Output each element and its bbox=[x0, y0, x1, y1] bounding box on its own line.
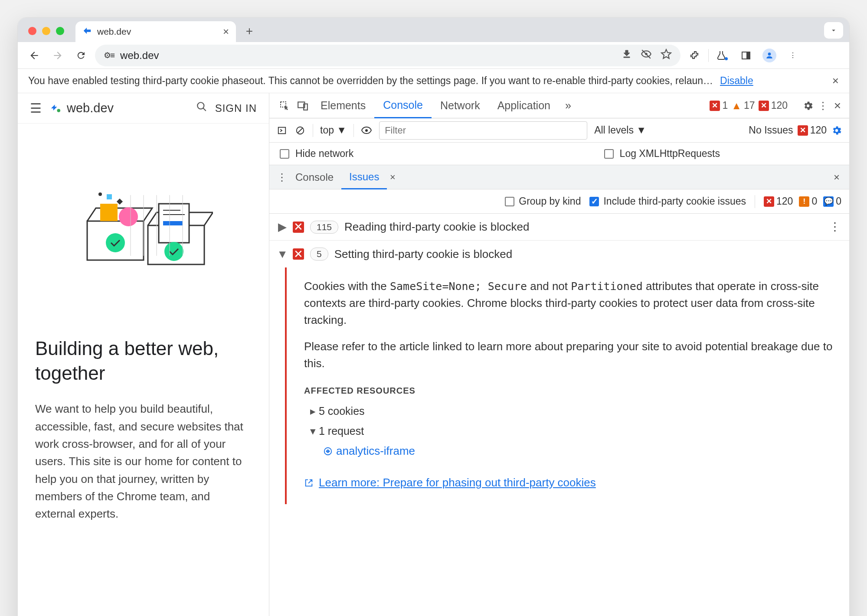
svg-rect-11 bbox=[107, 194, 112, 199]
svg-point-13 bbox=[106, 233, 125, 252]
console-options-row: Hide network Log XMLHttpRequests bbox=[269, 143, 849, 165]
drawer-tab-issues[interactable]: Issues bbox=[341, 166, 387, 189]
tab-title: web.dev bbox=[97, 26, 131, 37]
new-tab-button[interactable]: + bbox=[240, 22, 258, 40]
svg-point-19 bbox=[164, 242, 183, 261]
info-bar-close-icon[interactable]: × bbox=[832, 74, 839, 88]
console-settings-icon[interactable] bbox=[831, 125, 842, 136]
settings-icon[interactable] bbox=[802, 100, 814, 111]
svg-point-31 bbox=[365, 129, 368, 132]
kebab-menu-icon[interactable]: ⋮ bbox=[783, 46, 802, 65]
svg-point-12 bbox=[98, 192, 102, 196]
browser-toolbar: ⚙≡ web.dev ⋮ bbox=[18, 42, 849, 69]
issues-filter-bar: Group by kind Include third-party cookie… bbox=[269, 189, 849, 214]
hero-illustration bbox=[35, 154, 252, 288]
forward-button[interactable] bbox=[48, 46, 67, 65]
profile-avatar[interactable] bbox=[760, 46, 779, 65]
svg-line-6 bbox=[203, 108, 206, 111]
issue-row[interactable]: ▶ ✕ 115 Reading third-party cookie is bl… bbox=[269, 214, 849, 241]
issue-title: Setting third-party cookie is blocked bbox=[334, 248, 512, 261]
browser-window: web.dev × + ⚙≡ web.dev ⋮ You have ena bbox=[17, 17, 850, 616]
titlebar: web.dev × + bbox=[18, 18, 849, 42]
issue-row[interactable]: ▼ ✕ 5 Setting third-party cookie is bloc… bbox=[269, 241, 849, 267]
svg-point-5 bbox=[197, 102, 204, 109]
page-paragraph: We want to help you build beautiful, acc… bbox=[35, 400, 252, 522]
issue-count-badge: 5 bbox=[310, 248, 328, 261]
tabs-dropdown-button[interactable] bbox=[824, 22, 843, 39]
search-icon[interactable] bbox=[196, 101, 207, 115]
site-settings-icon[interactable]: ⚙≡ bbox=[104, 50, 114, 60]
browser-tab[interactable]: web.dev × bbox=[75, 21, 236, 42]
devtools-close-icon[interactable]: × bbox=[832, 99, 843, 113]
disable-link[interactable]: Disable bbox=[720, 75, 753, 87]
svg-rect-10 bbox=[116, 199, 122, 205]
drawer-close-icon[interactable]: × bbox=[831, 171, 842, 183]
devtools-kebab-icon[interactable]: ⋮ bbox=[817, 100, 828, 111]
no-issues-label: No Issues bbox=[749, 124, 793, 136]
more-tabs-icon[interactable]: » bbox=[559, 99, 577, 112]
tab-elements[interactable]: Elements bbox=[312, 93, 374, 118]
tab-console[interactable]: Console bbox=[374, 94, 432, 118]
reload-button[interactable] bbox=[72, 46, 91, 65]
tab-application[interactable]: Application bbox=[489, 93, 559, 118]
console-toolbar: top ▼ All levels ▼ No Issues ✕120 bbox=[269, 118, 849, 143]
live-expression-icon[interactable] bbox=[361, 125, 372, 136]
content-area: ☰ web.dev SIGN IN bbox=[18, 93, 849, 616]
warning-indicator[interactable]: ▲17 bbox=[731, 100, 755, 112]
page-body: Building a better web, together We want … bbox=[18, 124, 269, 540]
minimize-window-button[interactable] bbox=[42, 27, 50, 35]
site-brand: web.dev bbox=[67, 101, 114, 115]
info-bar-text: You have enabled testing third-party coo… bbox=[28, 75, 713, 87]
close-window-button[interactable] bbox=[28, 27, 36, 35]
affected-cookies[interactable]: 5 cookies bbox=[310, 403, 836, 420]
hide-network-checkbox[interactable] bbox=[280, 149, 289, 159]
collapse-icon[interactable]: ▼ bbox=[278, 248, 287, 261]
issue-count-badge: 115 bbox=[310, 221, 338, 234]
group-by-kind-option[interactable]: Group by kind bbox=[505, 196, 581, 207]
extensions-icon[interactable] bbox=[685, 46, 704, 65]
drawer-tab-close-icon[interactable]: × bbox=[387, 172, 398, 183]
console-sidebar-icon[interactable] bbox=[276, 126, 288, 135]
menu-icon[interactable]: ☰ bbox=[30, 101, 42, 116]
issue-description-2: Please refer to the article linked to le… bbox=[304, 338, 836, 372]
log-xhr-checkbox[interactable] bbox=[604, 149, 614, 159]
eye-off-icon[interactable] bbox=[641, 49, 652, 62]
site-logo[interactable]: web.dev bbox=[49, 101, 114, 115]
drawer-kebab-icon[interactable]: ⋮ bbox=[276, 171, 288, 183]
learn-more-link[interactable]: Learn more: Prepare for phasing out thir… bbox=[304, 474, 836, 491]
devtools-panel: Elements Console Network Application » ✕… bbox=[269, 93, 849, 616]
page-heading: Building a better web, together bbox=[35, 336, 252, 385]
drawer-tab-console[interactable]: Console bbox=[288, 165, 341, 189]
svg-point-4 bbox=[57, 109, 61, 112]
clear-console-icon[interactable] bbox=[294, 126, 306, 135]
labs-icon[interactable] bbox=[713, 46, 732, 65]
back-button[interactable] bbox=[25, 46, 44, 65]
context-selector[interactable]: top ▼ bbox=[320, 124, 347, 136]
inspect-icon[interactable] bbox=[275, 101, 294, 111]
issues-indicator[interactable]: ✕120 bbox=[759, 100, 788, 111]
include-3p-option[interactable]: Include third-party cookie issues bbox=[589, 196, 746, 207]
star-icon[interactable] bbox=[661, 49, 672, 62]
close-tab-icon[interactable]: × bbox=[223, 26, 229, 38]
maximize-window-button[interactable] bbox=[56, 27, 64, 35]
levels-dropdown[interactable]: All levels ▼ bbox=[594, 124, 646, 136]
issue-kebab-icon[interactable]: ⋮ bbox=[829, 220, 841, 234]
svg-point-9 bbox=[119, 207, 138, 226]
log-xhr-label: Log XMLHttpRequests bbox=[620, 148, 720, 160]
drawer-tabstrip: ⋮ Console Issues × × bbox=[269, 165, 849, 189]
affected-requests[interactable]: 1 request bbox=[310, 423, 836, 440]
expand-icon[interactable]: ▶ bbox=[278, 220, 287, 234]
install-icon[interactable] bbox=[622, 49, 632, 62]
svg-rect-2 bbox=[746, 52, 750, 59]
sign-in-button[interactable]: SIGN IN bbox=[215, 102, 257, 114]
issue-title: Reading third-party cookie is blocked bbox=[344, 220, 529, 234]
filter-input[interactable] bbox=[379, 121, 587, 140]
affected-request-link[interactable]: analytics-iframe bbox=[323, 443, 836, 460]
device-toggle-icon[interactable] bbox=[294, 100, 312, 111]
side-panel-icon[interactable] bbox=[736, 46, 756, 65]
window-controls bbox=[28, 27, 64, 35]
address-bar[interactable]: ⚙≡ web.dev bbox=[95, 45, 681, 66]
favicon-icon bbox=[82, 26, 92, 38]
tab-network[interactable]: Network bbox=[432, 93, 489, 118]
error-indicator[interactable]: ✕1 bbox=[710, 100, 728, 111]
